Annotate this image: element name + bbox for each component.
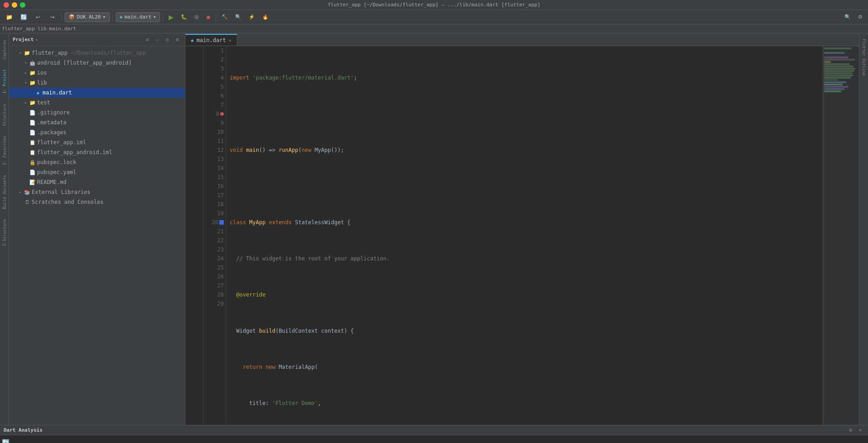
build-button[interactable]: 🔨	[219, 12, 231, 22]
coverage-button[interactable]: ◎	[192, 12, 202, 22]
stop-button[interactable]: ■	[203, 12, 212, 22]
line-num-19: 19	[203, 209, 226, 218]
android-iml-icon: 📋	[29, 149, 36, 156]
tree-label-scratches: Scratches and Consoles	[32, 199, 104, 205]
build-icon: 🔨	[222, 14, 228, 20]
bottom-panel-header: Dart Analysis ⚙ ×	[0, 425, 868, 435]
project-dropdown-arrow: ▾	[35, 38, 38, 42]
tab-main-dart[interactable]: ◆ main.dart ×	[185, 34, 237, 46]
line-num-17: 17	[203, 191, 226, 200]
code-editor[interactable]: 1 2 3 4 5 6 7 8 9 10 11 12 13 14 15 16 1…	[185, 46, 859, 425]
editor-tabs: ◆ main.dart ×	[185, 33, 859, 46]
profile-icon: ⚡	[249, 14, 255, 20]
tree-item-external-libs[interactable]: ▸ 📚 External Libraries	[9, 187, 185, 197]
toolbar: 📁 🔄 ↩ ↪ 📦 DUK AL20 ▾ ◆ main.dart ▾ ▶ 🐛 ◎…	[0, 10, 868, 24]
window-title: flutter_app [~/Downloads/flutter_app] – …	[328, 2, 540, 8]
flutter-outline-label[interactable]: Flutter Outline	[861, 35, 867, 79]
tree-item-test[interactable]: ▸ 📁 test	[9, 98, 185, 108]
collapse-all-btn[interactable]: –	[153, 36, 161, 44]
profile-button[interactable]: ⚡	[246, 12, 258, 22]
dart-icon-main: ◆	[35, 90, 41, 96]
favorites-tab[interactable]: 2: Favorites	[1, 131, 8, 170]
tree-item-packages[interactable]: 📄 .packages	[9, 127, 185, 137]
folder-icon-test: 📁	[29, 99, 36, 106]
tree-item-android-iml[interactable]: 📋 flutter_app_android.iml	[9, 147, 185, 157]
line-num-gutter	[185, 46, 199, 55]
tree-item-ios[interactable]: ▸ 📁 ios	[9, 68, 185, 78]
panel-close-btn[interactable]: ×	[856, 426, 864, 434]
tree-label-main-dart: main.dart	[42, 90, 72, 96]
line-num-29: 29	[203, 299, 226, 308]
tree-label-test: test	[37, 99, 50, 106]
locate-file-btn[interactable]: ◎	[163, 36, 171, 44]
tree-item-scratches[interactable]: 🗒 Scratches and Consoles	[9, 197, 185, 207]
sync-project-btn[interactable]: ⇄	[143, 36, 151, 44]
minimap-line-9	[824, 70, 854, 72]
inspect-button[interactable]: 🔍	[232, 12, 244, 22]
minimize-button[interactable]	[12, 2, 17, 8]
tree-item-flutter-app[interactable]: ▾ 📁 flutter_app ~/Downloads/flutter_app	[9, 48, 185, 58]
captures-tab[interactable]: Captures	[1, 35, 8, 64]
minimap-line-5	[824, 61, 831, 63]
toolbar-icon-4[interactable]: ↪	[46, 12, 59, 22]
run-button[interactable]: ▶	[166, 12, 176, 22]
tree-item-gitignore[interactable]: 📄 .gitignore	[9, 108, 185, 118]
minimap-content	[823, 46, 859, 94]
project-tab[interactable]: 1: Project	[1, 65, 8, 98]
coverage-icon: ◎	[194, 14, 199, 20]
search-everywhere-button[interactable]: 🔍	[842, 12, 854, 22]
separator-4	[216, 13, 216, 21]
tab-label-main-dart: main.dart	[197, 37, 226, 43]
z-structure-tab[interactable]: Z-Structure	[1, 215, 8, 251]
toolbar-icon-2[interactable]: 🔄	[17, 12, 30, 22]
tree-label-ios: ios	[37, 70, 47, 76]
code-line-2	[230, 109, 819, 118]
tree-item-lib[interactable]: ▾ 📁 lib	[9, 78, 185, 88]
tree-item-pubspec-yaml[interactable]: 📄 pubspec.yaml	[9, 167, 185, 177]
run-file-selector[interactable]: ◆ main.dart ▾	[116, 12, 160, 22]
debug-button[interactable]: 🐛	[178, 12, 190, 22]
minimap-line-18	[824, 90, 841, 92]
settings-button[interactable]: ⚙	[855, 12, 865, 22]
tree-path-flutter-app: ~/Downloads/flutter_app	[71, 50, 146, 56]
gear-project-btn[interactable]: ⚙	[173, 36, 181, 44]
project-header-actions: ⇄ – ◎ ⚙	[143, 36, 181, 44]
folder-icon-flutter-app: 📁	[24, 50, 30, 56]
tree-item-android[interactable]: ▾ 🤖 android [flutter_app_android]	[9, 58, 185, 68]
run-config-label: DUK AL20	[77, 14, 101, 20]
structure-tab[interactable]: Structure	[1, 99, 8, 131]
build-variants-tab[interactable]: Build Variants	[1, 170, 8, 214]
line-num-15: 15	[203, 173, 226, 182]
separator-2	[113, 13, 113, 21]
minimap-line-14	[824, 81, 846, 83]
tab-close-icon[interactable]: ×	[229, 38, 231, 43]
hot-reload-button[interactable]: 🔥	[259, 12, 271, 22]
line-num-20: 20	[203, 218, 226, 227]
tree-item-main-dart[interactable]: ◆ main.dart	[9, 88, 185, 98]
undo-icon: ↩	[34, 14, 42, 21]
breakpoint-marker-8	[220, 112, 224, 116]
toolbar-icon-1[interactable]: 📁	[3, 12, 15, 22]
analysis-run-btn[interactable]: 🔄	[0, 437, 11, 443]
line-num-28: 28	[203, 290, 226, 299]
line-num-10: 10	[203, 127, 226, 137]
close-button[interactable]	[4, 2, 9, 8]
tree-label-metadata: .metadata	[37, 119, 66, 126]
maximize-button[interactable]	[20, 2, 25, 8]
tree-label-iml: flutter_app.iml	[37, 139, 86, 146]
tree-item-pubspec-lock[interactable]: 🔒 pubspec.lock	[9, 157, 185, 167]
panel-settings-btn[interactable]: ⚙	[846, 426, 854, 434]
tree-item-readme[interactable]: 📝 README.md	[9, 177, 185, 187]
line-num-3: 3	[203, 64, 226, 73]
line-num-13: 13	[203, 155, 226, 164]
line-num-22: 22	[203, 236, 226, 245]
run-config-selector[interactable]: 📦 DUK AL20 ▾	[65, 12, 110, 22]
tree-item-metadata[interactable]: 📄 .metadata	[9, 118, 185, 127]
line-num-24: 24	[203, 254, 226, 263]
line-num-9: 9	[203, 118, 226, 127]
tree-item-iml[interactable]: 📋 flutter_app.iml	[9, 137, 185, 147]
folder-icon: 📁	[5, 14, 13, 21]
code-content[interactable]: import 'package:flutter/material.dart'; …	[226, 46, 823, 425]
toolbar-icon-3[interactable]: ↩	[32, 12, 44, 22]
right-sidebar: Flutter Outline	[859, 33, 868, 425]
